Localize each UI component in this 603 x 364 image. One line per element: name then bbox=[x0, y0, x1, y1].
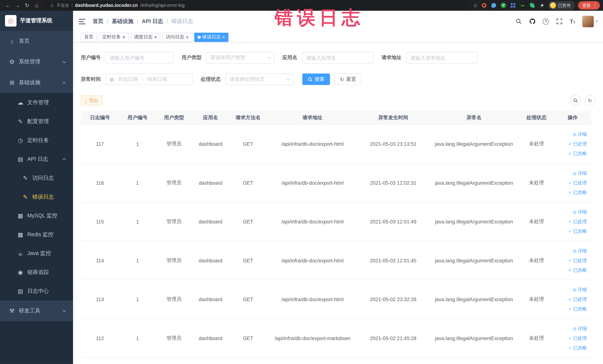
action-label: 已忽略 bbox=[573, 227, 587, 235]
ignored-link[interactable]: ✓已忽略 bbox=[568, 188, 587, 197]
bookmark-star-icon[interactable]: ☆ bbox=[473, 2, 477, 8]
close-icon[interactable]: × bbox=[186, 35, 189, 40]
ignored-link[interactable]: ✓已忽略 bbox=[568, 149, 587, 158]
detail-link[interactable]: ◎详细 bbox=[573, 324, 587, 333]
detail-link[interactable]: ◎详细 bbox=[573, 130, 587, 139]
hamburger-icon[interactable] bbox=[79, 17, 86, 25]
sidebar-item-redis-monitor[interactable]: ▩ Redis 监控 bbox=[0, 225, 73, 244]
table-row: 117 1 管理员 dashboard GET /api/infra/db-do… bbox=[81, 125, 591, 164]
check-icon: ✓ bbox=[568, 266, 572, 274]
address-bar[interactable]: ⚠ 不安全 dashboard.yudao.iocoder.cn /infra/… bbox=[46, 1, 469, 10]
breadcrumb-api-logs[interactable]: API 日志 bbox=[142, 18, 163, 25]
reload-icon[interactable]: ↻ bbox=[22, 0, 32, 11]
sidebar-item-home[interactable]: ⌂ 首页 bbox=[0, 31, 73, 52]
tab-access-log[interactable]: 访问日志 × bbox=[162, 33, 192, 42]
sidebar-item-scheduled-jobs[interactable]: ◷ 定时任务 bbox=[0, 131, 73, 150]
close-icon[interactable]: × bbox=[222, 35, 225, 40]
sidebar-item-tracing[interactable]: ◉ 链路追踪 bbox=[0, 263, 73, 282]
action-label: 已处理 bbox=[573, 256, 587, 265]
ignored-link[interactable]: ✓已忽略 bbox=[568, 227, 587, 235]
sidebar-item-infrastructure[interactable]: ⊞ 基础设施 bbox=[0, 72, 73, 93]
processed-link[interactable]: ✓已处理 bbox=[568, 295, 587, 304]
cell-user-id: 1 bbox=[119, 141, 156, 147]
filter-process-status: 处理状态 请选择处理状态 bbox=[201, 73, 294, 85]
close-icon[interactable]: × bbox=[154, 35, 157, 40]
search-icon[interactable] bbox=[515, 18, 522, 25]
sidebar-item-file-mgmt[interactable]: ☁ 文件管理 bbox=[0, 93, 73, 112]
processed-link[interactable]: ✓已处理 bbox=[568, 140, 587, 148]
processed-link[interactable]: ✓已处理 bbox=[568, 334, 587, 342]
tab-scheduler-log[interactable]: 调度日志 × bbox=[131, 33, 161, 42]
extension-drop-icon[interactable] bbox=[491, 2, 497, 8]
processed-link[interactable]: ✓已处理 bbox=[568, 178, 587, 187]
kebab-menu-icon[interactable]: ⋮ bbox=[593, 3, 597, 8]
cell-status: 未处理 bbox=[519, 140, 554, 147]
sidebar-item-dev-tools[interactable]: ⚒ 研发工具 bbox=[0, 300, 73, 321]
sidebar-item-error-log[interactable]: ✎ 错误日志 bbox=[0, 187, 73, 206]
detail-link[interactable]: ◎详细 bbox=[573, 169, 587, 177]
extension-paw-icon[interactable]: ✱ bbox=[539, 2, 545, 8]
extension-ring-icon[interactable] bbox=[481, 2, 487, 8]
user-type-select[interactable]: 请选择用户类型 bbox=[206, 52, 275, 63]
refresh-button[interactable]: ↻ bbox=[584, 95, 595, 106]
action-label: 已处理 bbox=[573, 295, 587, 304]
cell-method: GET bbox=[229, 296, 267, 302]
filter-row-2: 异常时间 ▦ 开始日期 - 结束日期 处理状态 请选择处理状态 bbox=[81, 73, 595, 85]
detail-link[interactable]: ◎详细 bbox=[573, 208, 587, 216]
reset-button[interactable]: ↻ 重置 bbox=[335, 73, 361, 85]
extension-y-icon[interactable]: Y bbox=[500, 2, 506, 8]
tab-home[interactable]: 首页 bbox=[81, 33, 97, 42]
github-icon[interactable] bbox=[529, 18, 536, 25]
home-icon[interactable]: ⌂ bbox=[32, 0, 42, 11]
profile-paused-badge[interactable]: 已暂停 bbox=[548, 1, 574, 10]
fullscreen-icon[interactable] bbox=[556, 18, 563, 25]
cell-exception-name: java.lang.IllegalArgumentException bbox=[429, 219, 519, 224]
sidebar-item-config-mgmt[interactable]: ✎ 配置管理 bbox=[0, 112, 73, 131]
filter-label: 应用名 bbox=[282, 54, 297, 61]
export-button[interactable]: ↓ 导出 bbox=[81, 95, 103, 106]
process-status-select[interactable]: 请选择处理状态 bbox=[225, 73, 294, 85]
user-avatar[interactable]: ▾ bbox=[582, 16, 598, 27]
detail-link[interactable]: ◎详细 bbox=[573, 247, 587, 255]
search-button[interactable]: 搜索 bbox=[302, 73, 330, 85]
url-host: dashboard.yudao.iocoder.cn bbox=[75, 3, 138, 8]
sidebar-item-system-mgmt[interactable]: ⚙ 系统管理 bbox=[0, 52, 73, 72]
detail-link[interactable]: ◎详细 bbox=[573, 285, 587, 294]
forward-icon[interactable]: → bbox=[13, 0, 22, 11]
back-icon[interactable]: ← bbox=[3, 0, 13, 11]
sidebar-item-access-log[interactable]: ✎ 访问日志 bbox=[0, 169, 73, 188]
ignored-link[interactable]: ✓已忽略 bbox=[568, 344, 587, 352]
breadcrumb-infrastructure[interactable]: 基础设施 bbox=[112, 18, 133, 25]
sidebar-item-log-center[interactable]: ▤ 日志中心 bbox=[0, 282, 73, 301]
extension-on-icon[interactable]: on bbox=[520, 2, 526, 8]
col-app-name: 应用名 bbox=[192, 114, 229, 121]
sidebar-item-java-monitor[interactable]: ☕ Java 监控 bbox=[0, 244, 73, 263]
ignored-link[interactable]: ✓已忽略 bbox=[568, 305, 587, 313]
sidebar-item-api-logs[interactable]: ▤ API 日志 bbox=[0, 150, 73, 169]
processed-link[interactable]: ✓已处理 bbox=[568, 217, 587, 226]
ignored-link[interactable]: ✓已忽略 bbox=[568, 266, 587, 274]
filter-label: 用户编号 bbox=[81, 54, 101, 61]
date-range-picker[interactable]: ▦ 开始日期 - 结束日期 bbox=[105, 73, 193, 85]
extension-grid-icon[interactable] bbox=[510, 2, 516, 8]
tab-error-log[interactable]: 错误日志 × bbox=[194, 33, 229, 42]
sidebar-item-mysql-monitor[interactable]: ▦ MySQL 监控 bbox=[0, 206, 73, 225]
request-url-input[interactable] bbox=[406, 52, 478, 63]
close-icon[interactable]: × bbox=[122, 35, 125, 40]
omnibox-divider bbox=[72, 3, 72, 8]
processed-link[interactable]: ✓已处理 bbox=[568, 256, 587, 265]
cell-user-id: 1 bbox=[119, 335, 156, 341]
action-label: 已处理 bbox=[573, 334, 587, 342]
user-id-input[interactable] bbox=[105, 52, 174, 63]
tab-scheduled-jobs[interactable]: 定时任务 × bbox=[99, 33, 129, 42]
breadcrumb-home[interactable]: 首页 bbox=[93, 18, 104, 25]
calendar-icon: ▦ bbox=[110, 77, 114, 82]
sidebar-item-label: 系统管理 bbox=[19, 59, 40, 65]
browser-update-button[interactable]: 更新 ⋮ bbox=[578, 1, 600, 10]
extension-leaf-icon[interactable] bbox=[529, 2, 535, 8]
toggle-search-button[interactable] bbox=[570, 95, 581, 106]
help-icon[interactable]: ? bbox=[543, 18, 549, 24]
font-size-icon[interactable]: TT bbox=[570, 18, 575, 25]
app-name-input[interactable] bbox=[302, 52, 374, 63]
gear-icon: ⚙ bbox=[9, 59, 15, 65]
